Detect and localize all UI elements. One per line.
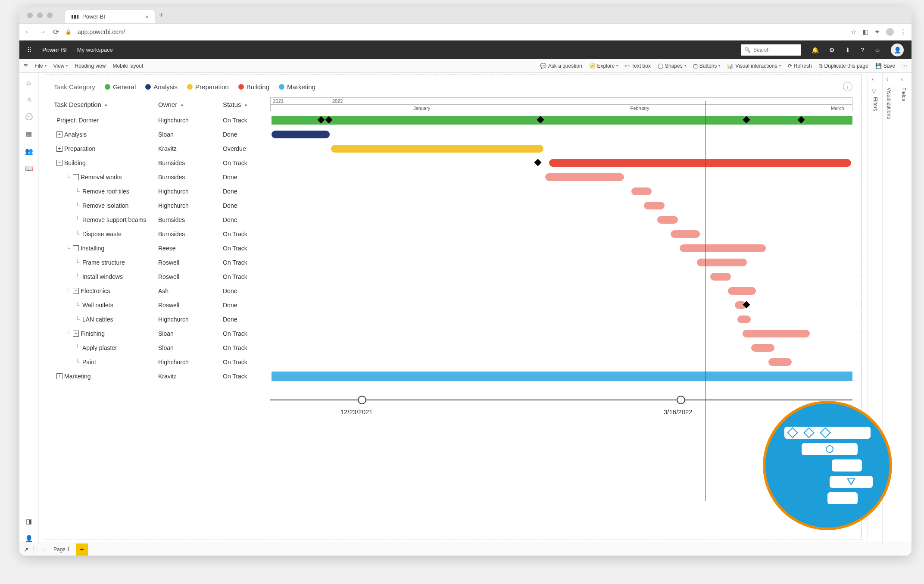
reading-view-button[interactable]: Reading view	[75, 63, 106, 69]
settings-icon[interactable]: ⚙	[829, 47, 835, 53]
task-row[interactable]: └LAN cablesHighchurchDone	[54, 312, 852, 326]
shapes-menu[interactable]: ◯Shapes▾	[658, 63, 686, 69]
feedback-icon[interactable]: ☺	[874, 47, 880, 53]
file-menu[interactable]: File▾	[34, 63, 46, 69]
task-row[interactable]: +MarketingKravitzOn Track	[54, 369, 852, 383]
ask-question-button[interactable]: 💬Ask a question	[540, 63, 582, 69]
report-canvas[interactable]: Task Category GeneralAnalysisPreparation…	[45, 75, 862, 540]
gantt-bar[interactable]	[768, 358, 792, 366]
collapse-icon[interactable]: −	[73, 288, 79, 294]
collapse-icon[interactable]: −	[56, 160, 62, 166]
browser-tab[interactable]: ▮▮▮ Power BI ×	[65, 9, 155, 23]
task-row[interactable]: └−ElectronicsAshDone	[54, 284, 852, 298]
refresh-button[interactable]: ⟳Refresh	[788, 63, 812, 69]
gantt-bar[interactable]	[272, 116, 852, 125]
cast-icon[interactable]: ◧	[862, 28, 868, 36]
profile-icon[interactable]	[886, 28, 894, 36]
collapse-icon[interactable]: −	[73, 245, 79, 251]
legend-item[interactable]: General	[105, 83, 136, 91]
task-row[interactable]: └Install windowsRoswellOn Track	[54, 269, 852, 284]
collapse-icon[interactable]: −	[73, 174, 79, 180]
legend-item[interactable]: Preparation	[187, 83, 229, 91]
legend-item[interactable]: Building	[238, 83, 269, 91]
gantt-bar[interactable]	[549, 159, 851, 167]
legend-item[interactable]: Marketing	[279, 83, 315, 91]
task-row[interactable]: └Remove support beamsBurnsidesDone	[54, 212, 852, 227]
search-input[interactable]: 🔍 Search	[741, 44, 801, 56]
shared-icon[interactable]: 👥	[25, 147, 33, 155]
gantt-bar[interactable]	[272, 131, 330, 138]
forward-icon[interactable]: →	[39, 28, 46, 37]
gantt-bar[interactable]	[728, 287, 756, 295]
close-icon[interactable]: ×	[145, 13, 149, 20]
gantt-bar[interactable]	[657, 216, 677, 224]
col-status[interactable]: Status▲	[223, 97, 270, 111]
task-row[interactable]: └Dispose wasteBurnsidesOn Track	[54, 227, 852, 241]
next-page-icon[interactable]: ›	[41, 547, 47, 553]
slider-end-handle[interactable]	[677, 396, 685, 404]
gantt-bar[interactable]	[697, 259, 747, 266]
prev-page-icon[interactable]: ‹	[34, 547, 41, 553]
collapse-icon[interactable]: −	[73, 331, 79, 337]
help-icon[interactable]: ?	[861, 47, 864, 53]
gantt-bar[interactable]	[743, 330, 810, 337]
text-box-button[interactable]: ▭Text box	[625, 63, 651, 69]
expand-icon[interactable]: +	[56, 131, 62, 137]
task-row[interactable]: └−InstallingReeseOn Track	[54, 241, 852, 255]
task-row[interactable]: └−FinishingSloanOn Track	[54, 326, 852, 340]
explore-menu[interactable]: 🧭Explore▾	[589, 63, 618, 69]
home-icon[interactable]: ⌂	[27, 79, 31, 86]
kebab-icon[interactable]: ⋮	[900, 28, 906, 36]
app-launcher-icon[interactable]: ⠿	[27, 47, 32, 53]
back-icon[interactable]: ←	[25, 28, 32, 37]
gantt-bar[interactable]	[272, 372, 852, 381]
save-button[interactable]: 💾Save	[875, 63, 895, 69]
task-row[interactable]: └Apply plasterSloanOn Track	[54, 340, 852, 355]
user-avatar[interactable]: 👤	[891, 44, 904, 56]
expand-icon[interactable]: +	[56, 146, 62, 152]
task-row[interactable]: └Remove isolationHighchurchDone	[54, 198, 852, 212]
reload-icon[interactable]: ⟳	[53, 28, 59, 37]
workspace-icon[interactable]: ◨	[26, 518, 32, 525]
download-icon[interactable]: ⬇	[845, 47, 850, 53]
gantt-bar[interactable]	[710, 273, 730, 281]
task-row[interactable]: └Wall outletsRoswellDone	[54, 298, 852, 312]
milestone-icon[interactable]	[534, 159, 542, 166]
legend-item[interactable]: Analysis	[145, 83, 178, 91]
expand-icon[interactable]: +	[56, 373, 62, 379]
page-tab[interactable]: Page 1	[47, 543, 76, 556]
gantt-bar[interactable]	[644, 202, 664, 209]
star-icon[interactable]: ☆	[851, 28, 856, 36]
task-row[interactable]: └−Removal worksBurnsidesDone	[54, 170, 852, 184]
learn-icon[interactable]: 📖	[25, 165, 33, 172]
col-task-description[interactable]: Task Description▲	[54, 97, 158, 111]
task-row[interactable]: └Frame structureRoswellOn Track	[54, 255, 852, 269]
window-controls[interactable]	[19, 12, 53, 18]
new-tab-button[interactable]: +	[155, 11, 167, 20]
popout-icon[interactable]: ↗	[19, 546, 34, 553]
favorites-icon[interactable]: ☆	[26, 96, 32, 103]
gantt-bar[interactable]	[751, 344, 774, 352]
duplicate-page-button[interactable]: ⧉Duplicate this page	[819, 63, 868, 69]
date-slider[interactable]: 12/23/20213/16/2022	[270, 389, 852, 424]
gantt-bar[interactable]	[671, 230, 700, 238]
apps-icon[interactable]: ▦	[26, 130, 32, 138]
workspace-name[interactable]: My workspace	[77, 47, 113, 53]
view-menu[interactable]: View▾	[53, 63, 68, 69]
recent-icon[interactable]: 🕘	[25, 113, 33, 121]
add-page-button[interactable]: +	[76, 543, 88, 556]
task-row[interactable]: └PaintHighchurchOn Track	[54, 355, 852, 369]
myworkspace-icon[interactable]: 👤	[25, 535, 33, 543]
gantt-bar[interactable]	[631, 187, 652, 195]
visual-interactions-menu[interactable]: 📊Visual interactions▾	[727, 63, 780, 69]
gantt-bar[interactable]	[545, 173, 624, 181]
mobile-layout-button[interactable]: Mobile layout	[113, 63, 144, 69]
task-row[interactable]: Project: DormerHighchurchOn Track	[54, 113, 852, 127]
extensions-icon[interactable]: ✦	[874, 28, 880, 36]
info-icon[interactable]: i	[843, 82, 852, 91]
col-owner[interactable]: Owner▲	[158, 97, 223, 111]
gantt-bar[interactable]	[680, 244, 766, 252]
gantt-bar[interactable]	[331, 145, 543, 153]
gantt-bar[interactable]	[737, 315, 751, 323]
product-name[interactable]: Power BI	[42, 47, 67, 53]
